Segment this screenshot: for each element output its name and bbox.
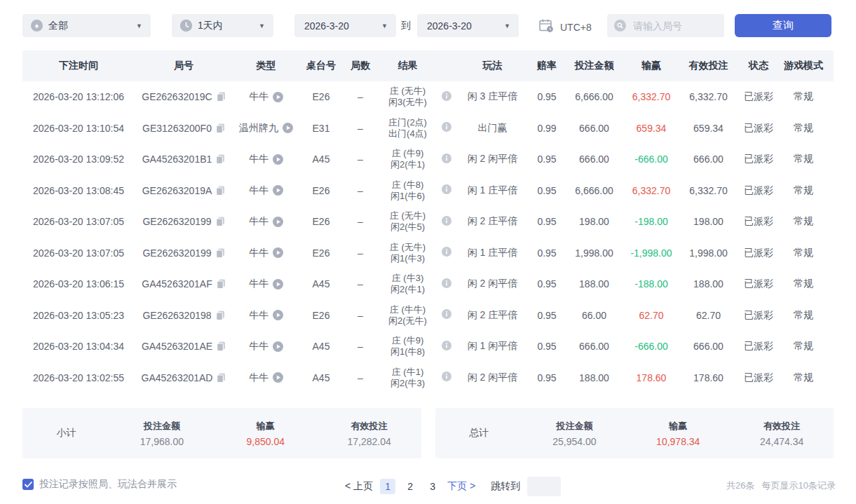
info-icon[interactable] — [442, 341, 451, 353]
copy-icon[interactable] — [216, 217, 225, 226]
cell-bet-amount: 198.00 — [564, 216, 624, 227]
copy-icon[interactable] — [217, 279, 226, 289]
jump-to-input[interactable] — [527, 477, 561, 496]
cell-result-info — [437, 309, 456, 321]
cell-odds: 0.95 — [529, 216, 564, 227]
cell-bet-time: 2026-03-20 13:05:23 — [22, 310, 135, 321]
cell-valid-bet: 62.70 — [679, 310, 738, 321]
round-search-input[interactable] — [632, 20, 712, 32]
date-from-value: 2026-3-20 — [304, 20, 349, 32]
cell-table-no: A45 — [299, 341, 343, 352]
summary-section: 小计 投注金额 17,968.00 输赢 9,850.04 有效投注 17,28… — [22, 408, 834, 458]
copy-icon[interactable] — [216, 311, 225, 320]
copy-icon[interactable] — [216, 186, 225, 196]
cell-result: 庄 (牛牛) 闲2(无牛) — [378, 304, 437, 327]
cell-valid-bet: 188.00 — [679, 278, 738, 290]
cell-odds: 0.95 — [529, 278, 564, 290]
play-video-icon[interactable] — [273, 185, 283, 196]
cell-game-mode: 常规 — [779, 247, 828, 259]
page-button-3[interactable]: 3 — [425, 479, 440, 494]
info-icon[interactable] — [442, 184, 451, 196]
cell-bet-time: 2026-03-20 13:08:45 — [22, 185, 135, 196]
table-row: 2026-03-20 13:04:34 GA45263201AE 牛牛 A45 … — [22, 331, 834, 362]
play-video-icon[interactable] — [273, 92, 283, 102]
info-icon[interactable] — [442, 216, 451, 228]
play-video-icon[interactable] — [273, 372, 283, 383]
bet-records-table: 下注时间 局号 类型 桌台号 局数 结果 玩法 赔率 投注金额 输赢 有效投注 … — [22, 50, 834, 393]
info-icon[interactable] — [442, 122, 451, 134]
info-icon[interactable] — [442, 154, 451, 165]
table-row: 2026-03-20 13:07:05 GE2626320199 牛牛 E26 … — [22, 206, 834, 238]
cell-round-id: GE2626320198 — [135, 310, 233, 321]
info-icon[interactable] — [442, 91, 451, 103]
header-win-loss: 输赢 — [624, 60, 679, 72]
merge-checkbox[interactable] — [22, 479, 34, 490]
copy-icon[interactable] — [217, 373, 226, 383]
copy-icon[interactable] — [216, 123, 225, 133]
time-range-dropdown[interactable]: 1天内 ▼ — [172, 14, 273, 37]
cell-game-mode: 常规 — [779, 215, 828, 228]
cell-bet-amount: 666.00 — [564, 341, 624, 352]
subtotal-valid-bet: 有效投注 17,282.04 — [318, 420, 421, 447]
cell-rounds: – — [343, 310, 378, 321]
cell-play: 闲 3 庄平倍 — [456, 90, 529, 103]
cell-win-loss: 178.60 — [624, 372, 679, 383]
table-row: 2026-03-20 13:02:55 GA45263201AD 牛牛 A45 … — [22, 362, 834, 394]
next-page-button[interactable]: 下页 > — [447, 480, 475, 493]
cell-result: 庄 (牛1) 闲2(牛3) — [378, 367, 437, 389]
table-body: 2026-03-20 13:12:06 GE262632019C 牛牛 E26 … — [22, 81, 834, 393]
cell-result-info — [437, 216, 456, 228]
info-icon[interactable] — [442, 278, 451, 290]
play-video-icon[interactable] — [283, 123, 293, 133]
play-video-icon[interactable] — [273, 247, 283, 258]
table-row: 2026-03-20 13:12:06 GE262632019C 牛牛 E26 … — [22, 81, 834, 113]
info-icon[interactable] — [442, 372, 451, 383]
merge-display-option: 投注记录按照局、玩法合并展示 — [22, 478, 177, 491]
cell-valid-bet: 666.00 — [679, 341, 738, 352]
cell-rounds: – — [343, 278, 378, 290]
query-button[interactable]: 查询 — [735, 14, 831, 37]
cell-round-id: GA45263201AF — [135, 278, 233, 290]
cell-bet-time: 2026-03-20 13:09:52 — [22, 154, 135, 165]
play-video-icon[interactable] — [273, 310, 283, 320]
header-result: 结果 — [378, 60, 437, 72]
play-video-icon[interactable] — [273, 279, 283, 290]
page-button-2[interactable]: 2 — [402, 479, 418, 494]
date-to-picker[interactable]: 2026-3-20 ▼ — [417, 14, 519, 37]
copy-icon[interactable] — [216, 248, 225, 258]
cell-status: 已派彩 — [738, 215, 779, 228]
cell-valid-bet: 6,332.70 — [679, 185, 738, 196]
game-type-value: 全部 — [48, 20, 68, 32]
info-icon[interactable] — [442, 309, 451, 321]
cell-odds: 0.95 — [529, 372, 564, 383]
merge-checkbox-label: 投注记录按照局、玩法合并展示 — [39, 478, 177, 491]
cell-win-loss: -666.00 — [624, 341, 679, 352]
cell-game-type: 牛牛 — [233, 278, 299, 290]
cell-table-no: A45 — [299, 154, 343, 165]
info-icon[interactable] — [442, 247, 451, 259]
play-video-icon[interactable] — [273, 217, 283, 227]
date-from-picker[interactable]: 2026-3-20 ▼ — [294, 14, 396, 37]
spade-icon: ♠ — [31, 20, 43, 32]
table-row: 2026-03-20 13:05:23 GE2626320198 牛牛 E26 … — [22, 300, 834, 332]
cell-result-info — [437, 122, 456, 134]
play-video-icon[interactable] — [273, 154, 283, 165]
cell-rounds: – — [343, 341, 378, 352]
cell-status: 已派彩 — [738, 122, 779, 135]
cell-bet-time: 2026-03-20 13:04:34 — [22, 341, 135, 352]
cell-round-id: GA45263201B1 — [135, 154, 233, 165]
prev-page-button[interactable]: < 上页 — [345, 480, 373, 493]
page-button-1[interactable]: 1 — [380, 479, 395, 494]
subtotal-win-loss: 输赢 9,850.04 — [214, 420, 318, 447]
play-video-icon[interactable] — [273, 341, 283, 352]
cell-game-mode: 常规 — [779, 372, 828, 384]
copy-icon[interactable] — [217, 92, 226, 102]
copy-icon[interactable] — [216, 154, 225, 164]
timezone-indicator: UTC+8 — [539, 19, 592, 35]
chevron-down-icon: ▼ — [136, 22, 142, 29]
cell-status: 已派彩 — [738, 278, 779, 290]
copy-icon[interactable] — [217, 341, 226, 351]
game-type-dropdown[interactable]: ♠ 全部 ▼ — [22, 14, 151, 37]
cell-win-loss: 6,332.70 — [624, 91, 679, 102]
cell-result-info — [437, 154, 456, 165]
